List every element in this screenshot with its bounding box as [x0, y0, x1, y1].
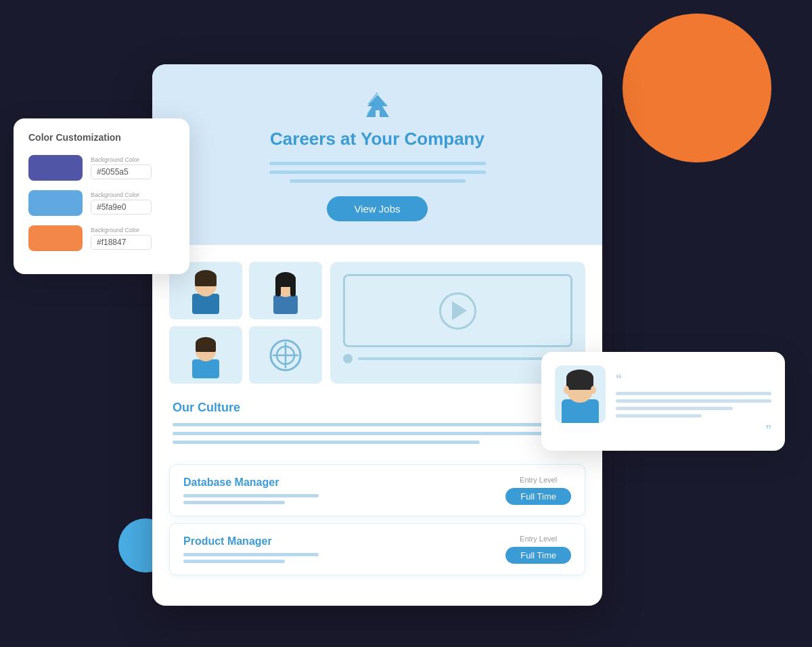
svg-rect-21 — [566, 378, 593, 390]
svg-rect-13 — [196, 343, 216, 352]
color-label-purple: Background Color — [91, 156, 152, 163]
testimonial-content: “ ” — [616, 365, 771, 437]
job-lines-2 — [183, 553, 319, 563]
hero-line-1 — [269, 162, 486, 165]
gallery-thumb-3[interactable] — [169, 326, 242, 384]
logo-icon — [193, 91, 562, 122]
svg-point-22 — [564, 386, 569, 394]
svg-rect-4 — [273, 295, 298, 314]
culture-section: Our Culture — [152, 394, 602, 458]
color-input-group-blue: Background Color — [91, 192, 152, 215]
test-line-1 — [616, 392, 771, 395]
view-jobs-button[interactable]: View Jobs — [327, 196, 427, 221]
bg-orange-circle-decoration — [623, 14, 771, 162]
job-right-2: Entry Level Full Time — [505, 535, 571, 564]
play-button-icon[interactable] — [439, 292, 476, 330]
color-swatch-orange[interactable] — [28, 225, 83, 251]
hero-title: Careers at Your Company — [193, 129, 562, 150]
job-left-2: Product Manager — [183, 535, 319, 563]
color-row-purple: Background Color — [28, 155, 175, 181]
svg-rect-3 — [195, 277, 217, 286]
culture-title: Our Culture — [173, 401, 582, 415]
gallery-section — [152, 245, 602, 394]
quote-open: “ — [616, 372, 771, 386]
job-badge-2[interactable]: Full Time — [505, 547, 571, 564]
job-line-2-2 — [183, 560, 285, 563]
culture-line-3 — [173, 441, 480, 444]
job-lines-1 — [183, 494, 319, 504]
svg-rect-10 — [192, 359, 219, 378]
testimonial-avatar — [555, 365, 606, 423]
color-customization-panel: Color Customization Background Color Bac… — [14, 118, 189, 274]
job-level-1: Entry Level — [505, 476, 571, 484]
svg-rect-0 — [192, 294, 219, 314]
job-line-2-1 — [183, 553, 319, 556]
video-dot — [343, 354, 353, 363]
job-line-1-2 — [183, 501, 285, 504]
color-value-blue[interactable] — [91, 200, 152, 215]
gallery-grid — [169, 262, 322, 384]
video-progress-bar — [358, 357, 572, 360]
hero-lines — [193, 162, 562, 183]
job-badge-1[interactable]: Full Time — [505, 488, 571, 505]
video-controls — [343, 354, 572, 372]
culture-line-1 — [173, 423, 582, 426]
job-card-database-manager: Database Manager Entry Level Full Time — [169, 464, 585, 516]
color-input-group-purple: Background Color — [91, 156, 152, 179]
color-row-blue: Background Color — [28, 190, 175, 216]
color-label-orange: Background Color — [91, 227, 152, 233]
job-title-2: Product Manager — [183, 535, 319, 548]
job-line-1-1 — [183, 494, 319, 497]
culture-line-2 — [173, 432, 582, 435]
job-card-product-manager: Product Manager Entry Level Full Time — [169, 523, 585, 575]
hero-section: Careers at Your Company View Jobs — [152, 64, 602, 245]
color-value-purple[interactable] — [91, 164, 152, 179]
job-level-2: Entry Level — [505, 535, 571, 543]
hero-line-3 — [290, 179, 466, 183]
color-input-group-orange: Background Color — [91, 227, 152, 250]
color-row-orange: Background Color — [28, 225, 175, 251]
play-triangle — [452, 301, 467, 320]
test-line-3 — [616, 407, 733, 410]
color-label-blue: Background Color — [91, 192, 152, 198]
color-panel-title: Color Customization — [28, 132, 175, 143]
color-swatch-blue[interactable] — [28, 190, 83, 216]
color-value-orange[interactable] — [91, 235, 152, 250]
main-careers-card: Careers at Your Company View Jobs — [152, 64, 602, 606]
test-line-4 — [616, 414, 702, 418]
gallery-thumb-plus[interactable] — [249, 326, 322, 384]
hero-line-2 — [269, 171, 486, 174]
color-swatch-purple[interactable] — [28, 155, 83, 181]
job-right-1: Entry Level Full Time — [505, 476, 571, 505]
culture-lines — [173, 423, 582, 444]
quote-close: ” — [616, 423, 771, 437]
svg-point-23 — [591, 386, 596, 394]
testimonial-card: “ ” — [541, 352, 785, 451]
svg-rect-9 — [275, 277, 296, 287]
testimonial-text-lines — [616, 392, 771, 418]
job-title-1: Database Manager — [183, 476, 319, 489]
svg-rect-18 — [562, 399, 599, 423]
test-line-2 — [616, 399, 771, 403]
job-left-1: Database Manager — [183, 476, 319, 504]
gallery-thumb-2[interactable] — [249, 262, 322, 319]
